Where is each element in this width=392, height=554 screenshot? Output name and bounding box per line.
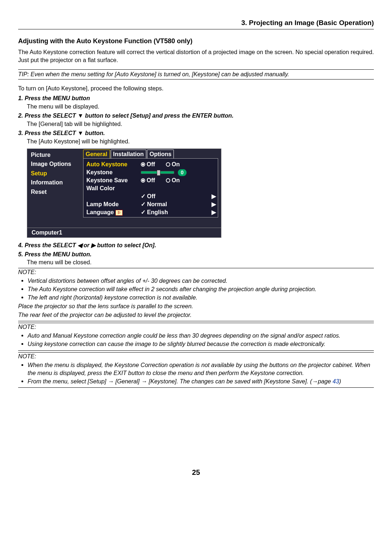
row-wall-value: Off ▶ [86, 192, 215, 200]
tab-installation: Installation [111, 150, 146, 159]
note-3-b-post: ) [339, 378, 341, 384]
keystone-slider [141, 171, 174, 174]
triangle-right-icon: ▶ [212, 208, 216, 216]
note-1-c: The left and right (horizontal) keystone… [28, 294, 374, 302]
radio-off-icon [141, 178, 145, 183]
step-1-sub: The menu will be displayed. [27, 103, 374, 111]
language-icon: ⚐ [115, 210, 123, 216]
radio-on-icon [166, 178, 170, 183]
note-3-head: NOTE: [18, 352, 374, 360]
label-auto-keystone: Auto Keystone [86, 160, 141, 168]
osd-tabs: General Installation Options [82, 149, 221, 159]
note-3-b: From the menu, select [Setup] → [General… [28, 378, 374, 386]
nav-information: Information [27, 178, 82, 187]
triangle-right-icon: ▶ [212, 200, 216, 208]
step-3-sub: The [Auto Keystone] will be highlighted. [27, 138, 374, 146]
tab-general: General [83, 150, 110, 159]
value-wall-off: Off [141, 192, 155, 200]
note-2-head: NOTE: [18, 323, 374, 331]
lead-paragraph: To turn on [Auto Keystone], proceed the … [18, 85, 374, 93]
step-5: 5. Press the MENU button. [18, 250, 374, 258]
note-1-body: Vertical distortions between offset angl… [18, 277, 374, 321]
osd-panel: Auto Keystone Off On Keystone 0 Keystone… [83, 158, 218, 217]
section-title: Adjusting with the Auto Keystone Functio… [18, 37, 374, 45]
note-3-b-pre: From the menu, select [Setup] → [General… [28, 378, 332, 384]
value-lamp-normal: Normal [141, 200, 167, 208]
note-2-b: Using keystone correction can cause the … [28, 340, 374, 348]
value-off: Off [147, 160, 155, 168]
intro-paragraph: The Auto Keystone correction feature wil… [18, 48, 374, 64]
nav-picture: Picture [27, 150, 82, 160]
step-5-sub: The menu will be closed. [27, 258, 374, 266]
value-lang-english: English [141, 208, 168, 216]
osd-left-nav: Picture Image Options Setup Information … [27, 149, 82, 228]
osd-statusbar: Computer1 [27, 228, 221, 238]
triangle-right-icon: ▶ [212, 192, 216, 200]
page-number: 25 [18, 468, 374, 477]
note-1-b: The Auto Keystone correction will take e… [28, 285, 374, 293]
label-language: Language [86, 209, 114, 215]
note-1-p1: Place the projector so that the lens sur… [18, 302, 374, 310]
value-off: Off [147, 176, 155, 184]
step-2-sub: The [General] tab will be highlighted. [27, 120, 374, 128]
value-on: On [172, 176, 180, 184]
row-auto-keystone: Auto Keystone Off On [86, 160, 215, 168]
radio-on-icon [166, 162, 170, 167]
nav-reset: Reset [27, 187, 82, 197]
note-2-body: Auto and Manual Keystone correction angl… [18, 332, 374, 351]
note-1-p2: The rear feet of the projector can be ad… [18, 311, 374, 319]
label-wall-color: Wall Color [86, 184, 141, 192]
osd-menu: Picture Image Options Setup Information … [27, 148, 221, 238]
nav-image-options: Image Options [27, 159, 82, 169]
note-1-head: NOTE: [18, 268, 374, 276]
note-3-body: When the menu is displayed, the Keystone… [18, 361, 374, 388]
step-4: 4. Press the SELECT ◀ or ▶ button to sel… [18, 241, 374, 249]
row-wall-color: Wall Color [86, 184, 215, 192]
step-1: 1. Press the MENU button [18, 94, 374, 102]
note-3-a: When the menu is displayed, the Keystone… [28, 361, 374, 377]
row-language: Language⚐ English ▶ [86, 208, 215, 216]
value-on: On [172, 160, 180, 168]
label-keystone-save: Keystone Save [86, 176, 141, 184]
step-3: 3. Press the SELECT ▼ button. [18, 129, 374, 137]
row-lamp-mode: Lamp Mode Normal ▶ [86, 200, 215, 208]
step-2: 2. Press the SELECT ▼ button to select [… [18, 112, 374, 120]
row-keystone: Keystone 0 [86, 168, 215, 176]
tab-options: Options [147, 150, 174, 159]
keystone-value-badge: 0 [178, 169, 187, 176]
row-keystone-save: Keystone Save Off On [86, 176, 215, 184]
note-1-a: Vertical distortions between offset angl… [28, 277, 374, 285]
label-lamp-mode: Lamp Mode [86, 200, 141, 208]
nav-setup: Setup [27, 169, 82, 178]
radio-off-icon [141, 162, 145, 167]
chapter-title: 3. Projecting an Image (Basic Operation) [18, 18, 374, 29]
page-link-43[interactable]: 43 [332, 378, 339, 384]
note-2-a: Auto and Manual Keystone correction angl… [28, 332, 374, 340]
tip-note: TIP: Even when the menu setting for [Aut… [18, 69, 374, 80]
label-keystone: Keystone [86, 168, 141, 176]
